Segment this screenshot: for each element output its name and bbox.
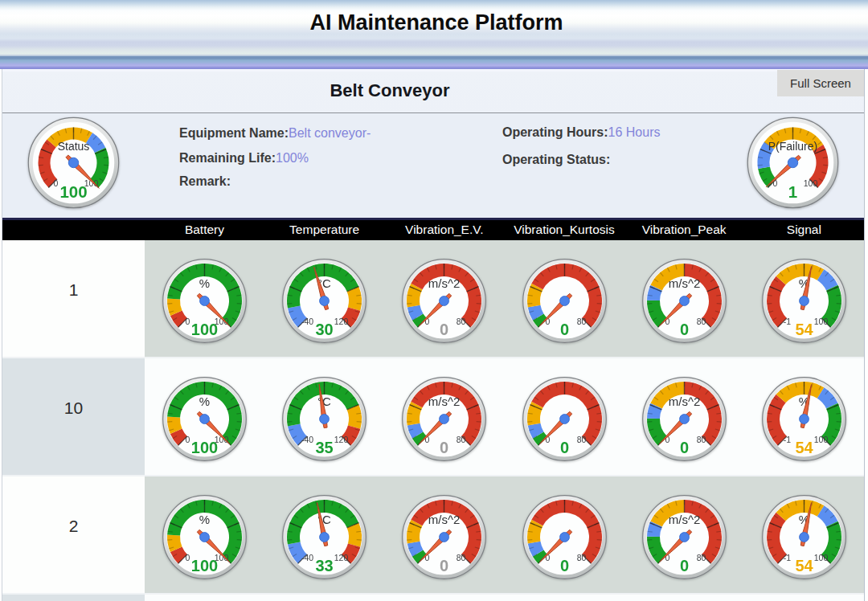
svg-text:%: % (199, 395, 210, 408)
svg-text:-40: -40 (301, 553, 313, 562)
svg-text:100: 100 (814, 317, 829, 326)
svg-text:30: 30 (316, 321, 334, 338)
svg-text:54: 54 (795, 321, 813, 338)
svg-text:m/s^2: m/s^2 (428, 513, 461, 526)
svg-text:0: 0 (680, 557, 689, 574)
svg-text:0: 0 (440, 557, 448, 574)
svg-text:-1: -1 (784, 553, 791, 562)
svg-text:35: 35 (316, 439, 334, 456)
svg-text:80: 80 (576, 553, 586, 562)
svg-text:0: 0 (559, 557, 568, 574)
svg-text:0: 0 (186, 553, 190, 562)
svg-text:80: 80 (457, 553, 466, 562)
svg-text:-1: -1 (784, 435, 791, 444)
svg-text:120: 120 (334, 435, 349, 444)
svg-text:0: 0 (559, 439, 568, 456)
svg-text:80: 80 (457, 435, 466, 444)
svg-text:-1: -1 (784, 317, 791, 326)
svg-text:80: 80 (576, 435, 586, 444)
svg-text:m/s^2: m/s^2 (668, 513, 700, 526)
svg-text:0: 0 (680, 439, 689, 456)
svg-text:100: 100 (59, 182, 87, 201)
svg-text:0: 0 (186, 435, 190, 444)
svg-text:1: 1 (788, 182, 797, 201)
svg-text:100: 100 (804, 178, 818, 188)
svg-text:100: 100 (191, 557, 218, 574)
svg-text:%: % (199, 513, 210, 526)
svg-text:m/s^2: m/s^2 (668, 276, 700, 290)
svg-text:m/s^2: m/s^2 (668, 395, 700, 408)
svg-text:m/s^2: m/s^2 (428, 395, 461, 408)
svg-text:100: 100 (814, 553, 829, 562)
svg-text:120: 120 (334, 317, 349, 326)
svg-text:Status: Status (58, 140, 90, 153)
svg-text:0: 0 (440, 439, 448, 456)
svg-text:0: 0 (440, 321, 448, 338)
svg-text:-40: -40 (301, 317, 313, 326)
svg-text:100: 100 (191, 439, 218, 456)
svg-text:°C: °C (317, 395, 331, 408)
svg-text:33: 33 (316, 557, 334, 574)
svg-text:m/s^2: m/s^2 (428, 276, 461, 290)
svg-text:-40: -40 (301, 435, 313, 444)
svg-text:54: 54 (795, 557, 813, 574)
svg-text:100: 100 (814, 435, 829, 444)
svg-text:80: 80 (457, 317, 466, 326)
svg-text:80: 80 (576, 317, 586, 326)
svg-text:0: 0 (559, 321, 568, 338)
svg-text:54: 54 (795, 439, 813, 456)
svg-text:80: 80 (696, 553, 706, 562)
svg-text:0: 0 (680, 321, 689, 338)
svg-text:100: 100 (191, 321, 218, 338)
svg-text:P(Failure): P(Failure) (768, 140, 817, 153)
svg-text:120: 120 (334, 553, 349, 562)
svg-text:0: 0 (54, 178, 59, 188)
svg-text:80: 80 (696, 317, 706, 326)
svg-text:0: 0 (186, 317, 190, 326)
svg-text:80: 80 (696, 435, 706, 444)
svg-text:%: % (199, 276, 210, 290)
